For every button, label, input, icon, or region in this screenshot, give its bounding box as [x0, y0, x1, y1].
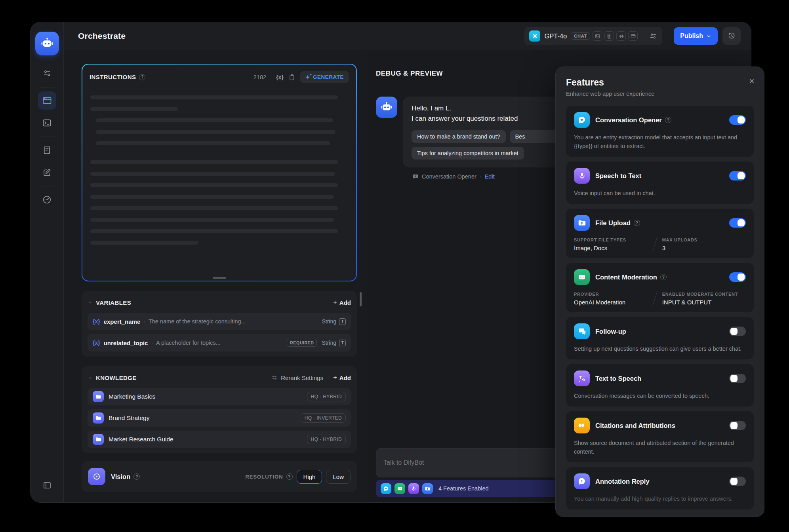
resolution-low-button[interactable]: Low — [326, 470, 351, 484]
resolution-label: RESOLUTION — [245, 474, 283, 480]
text-to-speech-toggle[interactable] — [729, 374, 746, 383]
browser-window-icon — [42, 95, 52, 106]
help-icon[interactable]: ? — [286, 473, 293, 480]
features-panel: Features Enhance web app user experience… — [555, 66, 764, 517]
retrieval-badge: HQ · INVERTED — [301, 413, 346, 423]
document-capability-icon — [604, 31, 614, 41]
skeleton-line — [90, 206, 338, 210]
robot-icon — [40, 37, 54, 50]
rail-divider — [40, 186, 55, 186]
sidebar-item-monitoring[interactable] — [38, 190, 56, 209]
resolution-high-button[interactable]: High — [297, 470, 322, 484]
help-icon[interactable]: ? — [139, 74, 145, 80]
dataset-folder-icon — [93, 434, 104, 445]
openai-icon: ✳ — [529, 30, 540, 42]
scrollbar-thumb[interactable] — [360, 292, 362, 306]
clipboard-icon[interactable] — [288, 74, 295, 81]
generate-button[interactable]: ✦ GENERATE — [300, 71, 349, 83]
annotation-reply-toggle[interactable] — [729, 477, 746, 486]
knowledge-row[interactable]: Brand Strategy HQ · INVERTED — [88, 409, 351, 427]
feature-card-text-to-speech: T Text to Speech Conversation messages c… — [566, 364, 754, 407]
publish-button[interactable]: Publish — [674, 27, 718, 45]
divider — [328, 374, 328, 381]
text-to-speech-icon: T — [574, 370, 590, 386]
file-upload-toggle[interactable] — [729, 218, 746, 228]
content-moderation-icon — [574, 269, 590, 285]
model-params-icon[interactable] — [649, 32, 658, 40]
required-badge: REQUIRED — [287, 339, 317, 347]
resize-handle[interactable] — [213, 277, 226, 279]
enabled-features-bar[interactable]: 4 Features Enabled — [376, 480, 582, 497]
skeleton-line — [96, 118, 333, 122]
chevron-down-icon[interactable] — [88, 300, 93, 305]
feature-card-follow-up: Follow-up Setting up next questions sugg… — [566, 317, 754, 359]
version-history-button[interactable] — [722, 27, 741, 45]
skeleton-line — [90, 172, 335, 176]
history-clock-icon — [727, 32, 736, 40]
publish-label: Publish — [680, 32, 703, 40]
collapse-sidebar-button[interactable] — [38, 476, 56, 494]
citations-toggle[interactable] — [729, 421, 746, 430]
add-variable-button[interactable]: + Add — [333, 298, 351, 306]
sidebar-item-annotations[interactable] — [38, 163, 56, 181]
knowledge-row[interactable]: Market Research Guide HQ · HYBRID — [88, 431, 351, 448]
model-name: GPT-4o — [544, 32, 567, 40]
chat-input[interactable] — [376, 448, 582, 477]
feature-card-speech-to-text: Speech to Text Voice input can be used i… — [566, 162, 754, 204]
feature-card-content-moderation: Content Moderation ? PROVIDER OpenAI Mod… — [566, 263, 754, 312]
speech-to-text-toggle[interactable] — [729, 171, 746, 180]
retrieval-badge: HQ · HYBRID — [307, 392, 346, 401]
svg-text:T: T — [579, 375, 582, 380]
char-count: 2182 — [253, 74, 266, 80]
help-icon[interactable]: ? — [665, 117, 671, 123]
help-icon[interactable]: ? — [660, 274, 667, 280]
conversation-opener-toggle[interactable] — [729, 115, 746, 125]
variable-icon: {x} — [93, 318, 100, 325]
skeleton-line — [96, 130, 335, 134]
collapse-panel-icon — [42, 481, 52, 490]
insert-variable-icon[interactable]: {x} — [276, 74, 284, 80]
plus-icon: + — [333, 374, 337, 382]
model-selector[interactable]: ✳ GPT-4o CHAT — [524, 27, 662, 45]
rerank-settings-button[interactable]: Rerank Settings — [271, 374, 323, 381]
speech-to-text-icon — [574, 168, 590, 184]
close-icon[interactable]: ✕ — [749, 77, 755, 86]
chevron-down-icon[interactable] — [88, 375, 93, 380]
speech-to-text-feature-icon — [408, 483, 419, 494]
image-capability-icon — [593, 31, 602, 41]
vision-icon — [88, 468, 105, 485]
sidebar-item-model-settings[interactable] — [38, 64, 56, 82]
follow-up-toggle[interactable] — [729, 327, 746, 336]
terminal-icon — [42, 118, 52, 128]
variable-row[interactable]: {x} expert_name · The name of the strate… — [88, 313, 351, 330]
knowledge-row[interactable]: Marketing Basics HQ · HYBRID — [88, 388, 351, 405]
app-logo[interactable] — [35, 32, 59, 55]
document-log-icon — [42, 145, 52, 155]
edit-note-icon — [42, 167, 52, 177]
content-moderation-toggle[interactable] — [729, 272, 746, 282]
sidebar-item-orchestrate[interactable] — [38, 91, 56, 110]
variable-row[interactable]: {x} unrelated_topic · A placeholder for … — [88, 334, 351, 352]
variable-type: String — [322, 318, 336, 325]
variable-icon: {x} — [93, 340, 100, 346]
field-divider — [652, 237, 658, 251]
rail-divider — [40, 137, 55, 137]
help-icon[interactable]: ? — [634, 220, 640, 226]
help-icon[interactable]: ? — [133, 473, 140, 480]
sidebar-item-terminal[interactable] — [38, 114, 56, 132]
skeleton-line — [90, 229, 338, 233]
feature-card-annotation-reply: Annotation Reply You can manually add hi… — [566, 467, 754, 509]
variables-title: VARIABLES — [96, 299, 131, 306]
add-knowledge-button[interactable]: + Add — [333, 374, 351, 382]
suggested-question-chip[interactable]: How to make a brand stand out? — [412, 130, 506, 143]
skeleton-line — [90, 241, 198, 245]
retrieval-badge: HQ · HYBRID — [307, 435, 346, 444]
robot-icon — [380, 101, 393, 114]
edit-opener-link[interactable]: Edit — [485, 173, 495, 180]
sidebar-item-logs[interactable] — [38, 141, 56, 159]
skeleton-line — [90, 183, 338, 187]
suggested-question-chip[interactable]: Tips for analyzing competitors in market — [412, 147, 524, 160]
instructions-skeleton[interactable] — [90, 83, 349, 245]
features-subtitle: Enhance web app user experience — [566, 91, 754, 97]
bot-avatar — [376, 97, 397, 118]
